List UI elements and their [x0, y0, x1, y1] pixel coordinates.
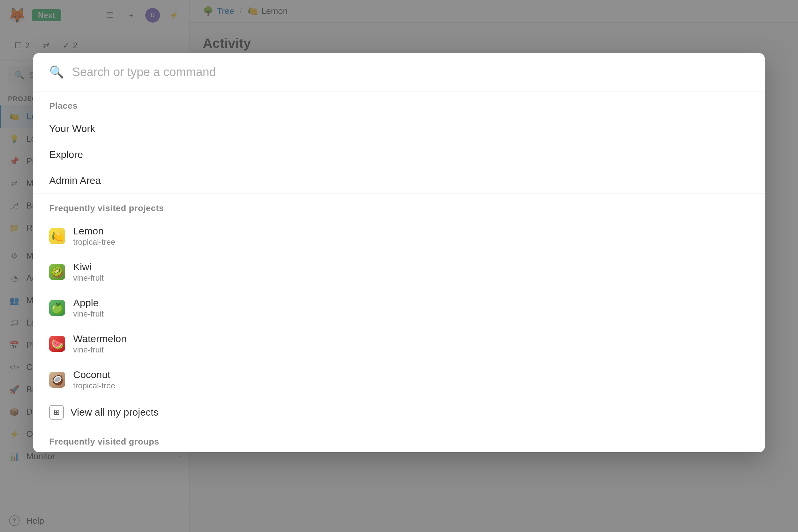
palette-item-tree-group[interactable]: 🌴 Tree tropical-tree — [33, 452, 765, 452]
apple-project-icon: 🍏 — [49, 300, 65, 316]
your-work-label: Your Work — [49, 123, 95, 134]
watermelon-project-info: Watermelon vine-fruit — [73, 333, 127, 355]
admin-area-label: Admin Area — [49, 175, 101, 186]
palette-item-your-work[interactable]: Your Work — [33, 116, 765, 141]
kiwi-project-info: Kiwi vine-fruit — [73, 261, 104, 283]
frequent-groups-title: Frequently visited groups — [33, 427, 765, 452]
lemon-project-sub: tropical-tree — [73, 238, 115, 247]
palette-item-admin-area[interactable]: Admin Area — [33, 168, 765, 193]
palette-body: Places Your Work Explore Admin Area Freq… — [33, 92, 765, 452]
palette-item-explore[interactable]: Explore — [33, 141, 765, 168]
kiwi-project-icon: 🥝 — [49, 264, 65, 280]
palette-search-area: 🔍 — [33, 53, 765, 92]
places-section-title: Places — [33, 92, 765, 116]
kiwi-project-name: Kiwi — [73, 261, 104, 273]
frequent-projects-title: Frequently visited projects — [33, 194, 765, 218]
view-all-icon: ⊞ — [49, 405, 64, 420]
palette-search-input[interactable] — [72, 65, 749, 79]
coconut-project-sub: tropical-tree — [73, 381, 115, 391]
palette-item-apple[interactable]: 🍏 Apple vine-fruit — [33, 290, 765, 326]
apple-project-info: Apple vine-fruit — [73, 297, 104, 319]
palette-item-lemon[interactable]: 🍋 Lemon tropical-tree — [33, 218, 765, 254]
command-palette-backdrop[interactable]: 🔍 Places Your Work Explore Admin Area Fr… — [0, 0, 798, 532]
command-palette: 🔍 Places Your Work Explore Admin Area Fr… — [33, 53, 765, 452]
explore-label: Explore — [49, 149, 83, 160]
watermelon-project-icon: 🍉 — [49, 336, 65, 352]
palette-search-icon: 🔍 — [49, 65, 64, 79]
palette-item-coconut[interactable]: 🥥 Coconut tropical-tree — [33, 362, 765, 398]
view-all-projects-button[interactable]: ⊞ View all my projects — [33, 398, 765, 427]
apple-project-sub: vine-fruit — [73, 309, 104, 319]
lemon-project-name: Lemon — [73, 225, 115, 237]
watermelon-project-name: Watermelon — [73, 333, 127, 344]
palette-item-kiwi[interactable]: 🥝 Kiwi vine-fruit — [33, 254, 765, 290]
lemon-project-icon: 🍋 — [49, 228, 65, 244]
coconut-project-name: Coconut — [73, 369, 115, 380]
view-all-label: View all my projects — [71, 407, 158, 418]
palette-item-watermelon[interactable]: 🍉 Watermelon vine-fruit — [33, 326, 765, 362]
kiwi-project-sub: vine-fruit — [73, 273, 104, 283]
apple-project-name: Apple — [73, 297, 104, 308]
lemon-project-info: Lemon tropical-tree — [73, 225, 115, 247]
coconut-project-info: Coconut tropical-tree — [73, 369, 115, 391]
watermelon-project-sub: vine-fruit — [73, 345, 127, 355]
coconut-project-icon: 🥥 — [49, 372, 65, 388]
